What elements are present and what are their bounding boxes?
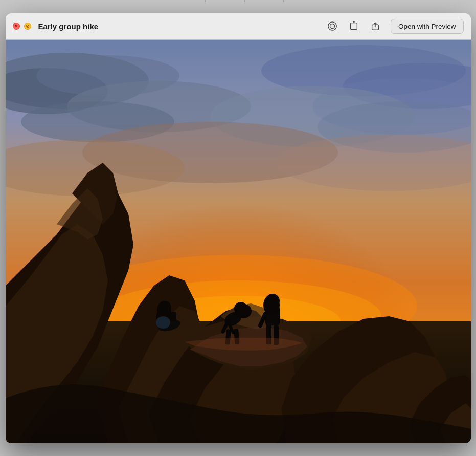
titlebar: ✕ ⊘ Early group hike bbox=[6, 13, 471, 40]
svg-point-0 bbox=[328, 22, 336, 30]
close-button[interactable]: ✕ bbox=[13, 23, 20, 30]
open-with-preview-button[interactable]: Open with Preview bbox=[391, 19, 464, 34]
roter-button[interactable] bbox=[346, 18, 362, 34]
svg-point-48 bbox=[235, 304, 252, 318]
window-title: Early group hike bbox=[38, 22, 324, 31]
marker-icon bbox=[327, 21, 337, 31]
svg-rect-2 bbox=[351, 23, 357, 30]
quick-look-window: Marker Roter Del ✕ ⊘ Early group hike bbox=[6, 13, 471, 443]
close-icon: ✕ bbox=[14, 24, 18, 29]
svg-point-42 bbox=[156, 316, 170, 329]
share-button[interactable] bbox=[367, 18, 383, 34]
roter-icon bbox=[349, 21, 359, 31]
stop-icon: ⊘ bbox=[26, 24, 30, 29]
svg-point-1 bbox=[330, 24, 334, 28]
photo-scene bbox=[6, 40, 471, 443]
window-controls: ✕ ⊘ bbox=[13, 23, 31, 30]
tooltip-area: Marker Roter Del bbox=[6, 0, 471, 13]
minimize-button[interactable]: ⊘ bbox=[24, 23, 31, 30]
scene-container bbox=[6, 40, 471, 443]
toolbar-icons bbox=[324, 18, 383, 34]
image-area bbox=[6, 40, 471, 443]
share-icon bbox=[370, 21, 380, 31]
svg-rect-43 bbox=[170, 312, 176, 321]
marker-button[interactable] bbox=[324, 18, 341, 34]
